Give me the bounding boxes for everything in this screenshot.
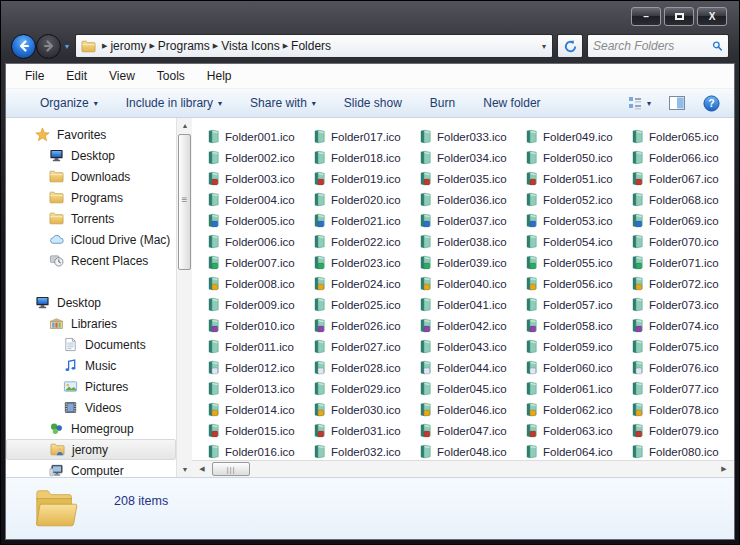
file-item[interactable]: Folder079.ico bbox=[630, 420, 734, 441]
menu-file[interactable]: File bbox=[16, 66, 53, 86]
help-button[interactable]: ? bbox=[699, 92, 724, 115]
sidebar-item-icloud-drive-mac-[interactable]: iCloud Drive (Mac) bbox=[6, 229, 176, 250]
breadcrumb[interactable]: ▶jeromy▶Programs▶Vista Icons▶Folders ▾ bbox=[75, 34, 553, 58]
file-item[interactable]: Folder071.ico bbox=[630, 252, 734, 273]
file-item[interactable]: Folder044.ico bbox=[418, 357, 524, 378]
file-item[interactable]: Folder022.ico bbox=[312, 231, 418, 252]
sidebar-item-programs[interactable]: Programs bbox=[6, 187, 176, 208]
file-item[interactable]: Folder058.ico bbox=[524, 315, 630, 336]
menu-view[interactable]: View bbox=[100, 66, 144, 86]
file-item[interactable]: Folder065.ico bbox=[630, 126, 734, 147]
horizontal-scrollbar-thumb[interactable] bbox=[212, 462, 250, 476]
file-item[interactable]: Folder035.ico bbox=[418, 168, 524, 189]
file-item[interactable]: Folder040.ico bbox=[418, 273, 524, 294]
sidebar-section-desktop[interactable]: Desktop bbox=[6, 292, 176, 313]
file-item[interactable]: Folder047.ico bbox=[418, 420, 524, 441]
file-item[interactable]: Folder030.ico bbox=[312, 399, 418, 420]
breadcrumb-segment-vista-icons[interactable]: Vista Icons bbox=[221, 39, 279, 53]
file-item[interactable]: Folder075.ico bbox=[630, 336, 734, 357]
file-item[interactable]: Folder070.ico bbox=[630, 231, 734, 252]
file-item[interactable]: Folder063.ico bbox=[524, 420, 630, 441]
sidebar-item-recent-places[interactable]: Recent Places bbox=[6, 250, 176, 271]
breadcrumb-segment-programs[interactable]: Programs bbox=[158, 39, 210, 53]
file-item[interactable]: Folder008.ico bbox=[206, 273, 312, 294]
scroll-right-icon[interactable]: ▶ bbox=[716, 461, 732, 477]
sidebar-item-downloads[interactable]: Downloads bbox=[6, 166, 176, 187]
file-item[interactable]: Folder064.ico bbox=[524, 441, 630, 462]
file-item[interactable]: Folder004.ico bbox=[206, 189, 312, 210]
toolbar-share-with[interactable]: Share with▾ bbox=[240, 92, 326, 114]
title-bar[interactable]: – X bbox=[1, 1, 739, 29]
file-item[interactable]: Folder041.ico bbox=[418, 294, 524, 315]
file-item[interactable]: Folder011.ico bbox=[206, 336, 312, 357]
file-item[interactable]: Folder077.ico bbox=[630, 378, 734, 399]
recent-pages-caret[interactable]: ▾ bbox=[65, 42, 69, 51]
file-item[interactable]: Folder052.ico bbox=[524, 189, 630, 210]
scroll-left-icon[interactable]: ◀ bbox=[194, 461, 210, 477]
sidebar-item-libraries[interactable]: Libraries bbox=[6, 313, 176, 334]
scroll-down-icon[interactable]: ▼ bbox=[177, 462, 193, 477]
file-item[interactable]: Folder028.ico bbox=[312, 357, 418, 378]
file-item[interactable]: Folder043.ico bbox=[418, 336, 524, 357]
file-item[interactable]: Folder038.ico bbox=[418, 231, 524, 252]
file-item[interactable]: Folder014.ico bbox=[206, 399, 312, 420]
file-item[interactable]: Folder026.ico bbox=[312, 315, 418, 336]
file-item[interactable]: Folder001.ico bbox=[206, 126, 312, 147]
search-input[interactable] bbox=[593, 39, 712, 53]
sidebar-scrollbar-thumb[interactable] bbox=[178, 134, 191, 270]
sidebar-section-favorites[interactable]: Favorites bbox=[6, 124, 176, 145]
file-item[interactable]: Folder076.ico bbox=[630, 357, 734, 378]
file-item[interactable]: Folder050.ico bbox=[524, 147, 630, 168]
file-item[interactable]: Folder068.ico bbox=[630, 189, 734, 210]
file-item[interactable]: Folder021.ico bbox=[312, 210, 418, 231]
file-item[interactable]: Folder009.ico bbox=[206, 294, 312, 315]
file-item[interactable]: Folder056.ico bbox=[524, 273, 630, 294]
file-item[interactable]: Folder024.ico bbox=[312, 273, 418, 294]
breadcrumb-segment-folders[interactable]: Folders bbox=[291, 39, 331, 53]
file-item[interactable]: Folder074.ico bbox=[630, 315, 734, 336]
close-button[interactable]: X bbox=[697, 7, 727, 26]
file-item[interactable]: Folder049.ico bbox=[524, 126, 630, 147]
file-item[interactable]: Folder069.ico bbox=[630, 210, 734, 231]
sidebar-item-homegroup[interactable]: Homegroup bbox=[6, 418, 176, 439]
forward-button[interactable] bbox=[36, 34, 61, 59]
sidebar-item-music[interactable]: Music bbox=[6, 355, 176, 376]
toolbar-new-folder[interactable]: New folder bbox=[473, 92, 550, 114]
file-item[interactable]: Folder053.ico bbox=[524, 210, 630, 231]
file-item[interactable]: Folder016.ico bbox=[206, 441, 312, 462]
file-item[interactable]: Folder039.ico bbox=[418, 252, 524, 273]
file-item[interactable]: Folder051.ico bbox=[524, 168, 630, 189]
file-item[interactable]: Folder072.ico bbox=[630, 273, 734, 294]
back-button[interactable] bbox=[11, 34, 36, 59]
file-item[interactable]: Folder007.ico bbox=[206, 252, 312, 273]
file-item[interactable]: Folder003.ico bbox=[206, 168, 312, 189]
file-item[interactable]: Folder034.ico bbox=[418, 147, 524, 168]
file-item[interactable]: Folder033.ico bbox=[418, 126, 524, 147]
maximize-button[interactable] bbox=[664, 7, 694, 26]
breadcrumb-segment-jeromy[interactable]: jeromy bbox=[110, 39, 146, 53]
sidebar-scrollbar[interactable]: ▲ ▼ bbox=[176, 118, 192, 477]
toolbar-organize[interactable]: Organize▾ bbox=[30, 92, 108, 114]
horizontal-scrollbar[interactable]: ◀ ▶ bbox=[192, 460, 734, 477]
file-item[interactable]: Folder027.ico bbox=[312, 336, 418, 357]
file-item[interactable]: Folder015.ico bbox=[206, 420, 312, 441]
sidebar-item-torrents[interactable]: Torrents bbox=[6, 208, 176, 229]
toolbar-slide-show[interactable]: Slide show bbox=[334, 92, 412, 114]
file-item[interactable]: Folder048.ico bbox=[418, 441, 524, 462]
scroll-up-icon[interactable]: ▲ bbox=[177, 118, 193, 133]
file-item[interactable]: Folder036.ico bbox=[418, 189, 524, 210]
sidebar-item-documents[interactable]: Documents bbox=[6, 334, 176, 355]
file-item[interactable]: Folder032.ico bbox=[312, 441, 418, 462]
file-item[interactable]: Folder010.ico bbox=[206, 315, 312, 336]
file-item[interactable]: Folder078.ico bbox=[630, 399, 734, 420]
file-item[interactable]: Folder017.ico bbox=[312, 126, 418, 147]
toolbar-burn[interactable]: Burn bbox=[420, 92, 465, 114]
file-item[interactable]: Folder018.ico bbox=[312, 147, 418, 168]
sidebar-item-videos[interactable]: Videos bbox=[6, 397, 176, 418]
file-item[interactable]: Folder046.ico bbox=[418, 399, 524, 420]
menu-edit[interactable]: Edit bbox=[57, 66, 96, 86]
file-item[interactable]: Folder037.ico bbox=[418, 210, 524, 231]
file-item[interactable]: Folder062.ico bbox=[524, 399, 630, 420]
preview-pane-button[interactable] bbox=[665, 93, 689, 113]
file-item[interactable]: Folder057.ico bbox=[524, 294, 630, 315]
